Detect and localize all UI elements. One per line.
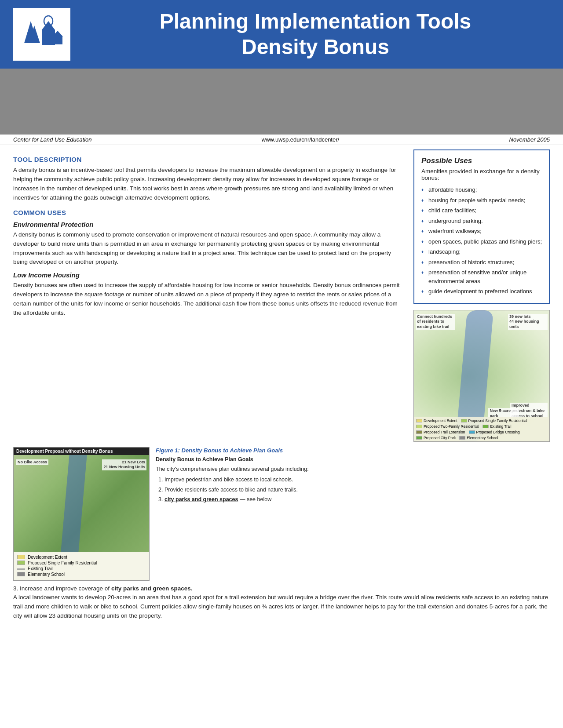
list-item: open spaces, public plazas and fishing p… [421,237,542,247]
info-center: www.uwsp.edu/cnr/landcenter/ [262,136,339,143]
map-label-connect: Connect hundreds of residents to existin… [416,314,455,330]
right-map-bg: Connect hundreds of residents to existin… [414,310,549,441]
label-no-bike: No Bike Access [16,459,48,466]
list-item: child care facilities; [421,205,542,216]
map-right-legend: Development Extent Proposed Single Famil… [414,417,549,441]
tool-description-heading: TOOL DESCRIPTION [13,156,405,163]
left-map-inner: No Bike Access 21 New Lots21 New Housing… [14,455,149,552]
photo-3 [225,69,338,135]
possible-uses-subtitle: Amenities provided in exchange for a den… [421,168,542,181]
title-line1: Planning Implementation Tools [160,10,471,33]
possible-uses-title: Possible Uses [421,157,542,165]
list-item: Improve pedestrian and bike access to lo… [165,476,550,484]
right-column: Possible Uses Amenities provided in exch… [413,149,550,442]
logo [13,8,70,61]
info-left: Center for Land Use Education [13,136,92,143]
figure-title-text: Density Bonus to Achieve Plan Goals [156,455,550,464]
svg-rect-5 [53,36,62,44]
figure-body: Density Bonus to Achieve Plan Goals The … [156,455,550,504]
list-item: waterfront walkways; [421,226,542,237]
list-item: housing for people with special needs; [421,195,542,206]
left-map-legend: Development Extent Proposed Single Famil… [14,552,149,580]
figure-caption: Figure 1: Density Bonus to Achieve Plan … [156,447,550,454]
list-item: landscaping; [421,247,542,257]
figure-goals-list: Improve pedestrian and bike access to lo… [156,476,550,504]
env-protection-heading: Environmental Protection [13,221,405,228]
map-label-newlots: 39 new lots44 new housing units [508,314,548,330]
figure-intro: The city's comprehensive plan outlines s… [156,465,550,473]
header: Planning Implementation Tools Density Bo… [0,0,563,69]
env-protection-body: A density bonus is commonly used to prom… [13,230,405,267]
full-bottom-paragraph: 3. Increase and improve coverage of city… [0,581,563,630]
list-item: guide development to preferred locations [421,286,542,297]
list-item: Provide residents safe access to bike an… [165,486,550,494]
left-map-small: Development Proposal without Density Bon… [13,447,150,581]
list-item: preservation of historic structures; [421,257,542,268]
figure-text: Figure 1: Density Bonus to Achieve Plan … [156,447,550,581]
right-map: Connect hundreds of residents to existin… [413,310,550,442]
info-right: November 2005 [509,136,550,143]
figure-body-text: 3. Increase and improve coverage of city… [13,585,548,619]
list-item: affordable housing; [421,185,542,195]
photo-2 [113,69,225,135]
list-item: preservation of sensitive and/or unique … [421,267,542,286]
photo-4 [338,69,450,135]
photo-5 [450,69,563,135]
list-item: underground parking. [421,216,542,226]
bottom-section: Development Proposal without Density Bon… [0,447,563,581]
left-column: TOOL DESCRIPTION A density bonus is an i… [13,149,413,442]
possible-uses-list: affordable housing; housing for people w… [421,185,542,297]
low-income-body: Density bonuses are often used to increa… [13,281,405,318]
label-new-lots: 21 New Lots21 New Housing Units [102,459,146,470]
main-content: TOOL DESCRIPTION A density bonus is an i… [0,149,563,442]
tool-description-body: A density bonus is an incentive-based to… [13,166,405,203]
title-line2: Density Bonus [241,35,389,58]
left-map-title: Development Proposal without Density Bon… [14,448,149,455]
figure-body-paragraph: A local landowner wants to develop 20-ac… [13,594,548,619]
photo-strip [0,69,563,135]
info-line: Center for Land Use Education www.uwsp.e… [0,135,563,145]
low-income-heading: Low Income Housing [13,271,405,279]
common-uses-heading: COMMON USES [13,209,405,216]
photo-1 [0,69,113,135]
header-title: Planning Implementation Tools Density Bo… [81,9,550,59]
left-map-river [61,455,88,552]
possible-uses-box: Possible Uses Amenities provided in exch… [413,149,550,304]
list-item: city parks and green spaces — see below [165,495,550,504]
